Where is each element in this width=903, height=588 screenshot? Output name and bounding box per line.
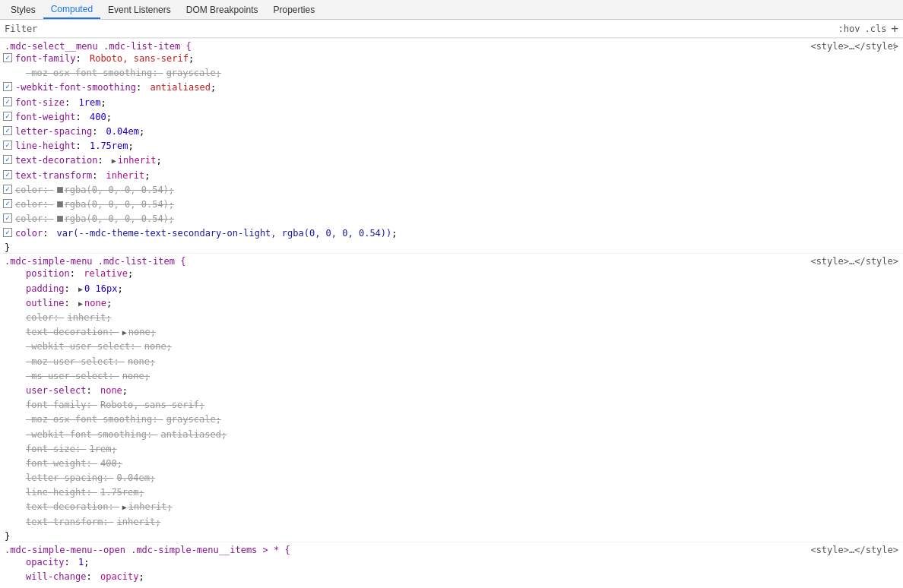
- prop-font-family: ✓ font-family: Roboto, sans-serif;: [15, 52, 898, 66]
- more-options-icon[interactable]: ⋮: [889, 40, 900, 52]
- rule-close-brace: }: [0, 242, 903, 253]
- prop-will-change: will-change: opacity;: [15, 570, 898, 584]
- cls-button[interactable]: .cls: [864, 24, 886, 34]
- prop-webkit-font-smoothing-2: -webkit-font-smoothing: antialiased;: [15, 428, 898, 442]
- prop-checkbox[interactable]: ✓: [3, 228, 12, 237]
- rule-source[interactable]: <style>…</style>: [810, 545, 898, 555]
- rule-source[interactable]: <style>…</style>: [810, 41, 898, 52]
- prop-outline: outline: ▶none;: [15, 296, 898, 311]
- prop-text-transform-2: text-transform: inherit;: [15, 515, 898, 530]
- tab-styles[interactable]: Styles: [3, 2, 43, 18]
- prop-text-decoration: ✓ text-decoration: ▶inherit;: [15, 153, 898, 168]
- prop-text-decoration-none: text-decoration: ▶none;: [15, 325, 898, 340]
- rule-block: .mdc-simple-menu .mdc-list-item { <style…: [0, 253, 903, 541]
- prop-webkit-font-smoothing: ✓ -webkit-font-smoothing: antialiased;: [15, 81, 898, 95]
- prop-checkbox[interactable]: ✓: [3, 185, 12, 194]
- prop-checkbox[interactable]: ✓: [3, 53, 12, 62]
- expand-icon[interactable]: ▶: [122, 501, 128, 514]
- prop-color-1: ✓ color: rgba(0, 0, 0, 0.54);: [15, 183, 898, 198]
- prop-ms-user-select: -ms-user-select: none;: [15, 369, 898, 384]
- rule-properties: ✓ font-family: Roboto, sans-serif; -moz-…: [0, 52, 903, 242]
- color-swatch[interactable]: [57, 187, 63, 193]
- rule-selector: .mdc-simple-menu .mdc-list-item {: [5, 256, 185, 267]
- color-swatch[interactable]: [57, 201, 63, 207]
- rule-header: .mdc-simple-menu .mdc-list-item { <style…: [0, 255, 903, 267]
- styles-content: .mdc-select__menu .mdc-list-item { <styl…: [0, 38, 903, 586]
- prop-checkbox[interactable]: ✓: [3, 126, 12, 135]
- prop-font-weight: ✓ font-weight: 400;: [15, 110, 898, 125]
- filter-bar: Filter :hov .cls +: [0, 20, 903, 38]
- prop-color-var: ✓ color: var(--mdc-theme-text-secondary-…: [15, 226, 898, 241]
- rule-selector: .mdc-select__menu .mdc-list-item {: [5, 41, 192, 52]
- prop-line-height: ✓ line-height: 1.75rem;: [15, 139, 898, 153]
- prop-color-3: ✓ color: rgba(0, 0, 0, 0.54);: [15, 212, 898, 226]
- prop-color-inherit: color: inherit;: [15, 311, 898, 325]
- prop-color-2: ✓ color: rgba(0, 0, 0, 0.54);: [15, 198, 898, 212]
- prop-line-height-2: line-height: 1.75rem;: [15, 485, 898, 500]
- prop-webkit-user-select: -webkit-user-select: none;: [15, 340, 898, 354]
- prop-moz-user-select: -moz-user-select: none;: [15, 355, 898, 369]
- devtools-panel: Styles Computed Event Listeners DOM Brea…: [0, 0, 903, 586]
- prop-checkbox[interactable]: ✓: [3, 170, 12, 179]
- prop-letter-spacing: ✓ letter-spacing: 0.04em;: [15, 125, 898, 139]
- prop-opacity: opacity: 1;: [15, 555, 898, 570]
- filter-controls: :hov .cls +: [838, 21, 898, 36]
- prop-moz-osx-2: -moz-osx-font-smoothing: grayscale;: [15, 413, 898, 427]
- prop-font-size-2: font-size: 1rem;: [15, 442, 898, 457]
- prop-checkbox[interactable]: ✓: [3, 199, 12, 208]
- prop-font-weight-2: font-weight: 400;: [15, 457, 898, 471]
- prop-checkbox[interactable]: ✓: [3, 141, 12, 150]
- tab-event-listeners[interactable]: Event Listeners: [100, 2, 179, 18]
- prop-font-family-2: font-family: Roboto, sans-serif;: [15, 398, 898, 413]
- tab-computed[interactable]: Computed: [43, 1, 100, 19]
- tabs-bar: Styles Computed Event Listeners DOM Brea…: [0, 0, 903, 20]
- expand-icon[interactable]: ▶: [78, 298, 84, 310]
- prop-text-decoration-inherit: text-decoration: ▶inherit;: [15, 500, 898, 514]
- prop-moz-osx: -moz-osx-font-smoothing: grayscale;: [15, 66, 898, 81]
- expand-icon[interactable]: ▶: [78, 283, 84, 296]
- prop-font-size: ✓ font-size: 1rem;: [15, 96, 898, 110]
- prop-checkbox[interactable]: ✓: [3, 155, 12, 164]
- color-swatch[interactable]: [57, 216, 63, 222]
- rule-properties: opacity: 1; will-change: opacity;: [0, 555, 903, 586]
- add-style-button[interactable]: +: [891, 21, 898, 36]
- expand-icon[interactable]: ▶: [122, 327, 128, 339]
- prop-checkbox[interactable]: ✓: [3, 213, 12, 223]
- rule-selector: .mdc-simple-menu--open .mdc-simple-menu_…: [5, 545, 290, 555]
- rule-close-brace: }: [0, 531, 903, 542]
- prop-padding: padding: ▶0 16px;: [15, 282, 898, 296]
- prop-checkbox[interactable]: ✓: [3, 82, 12, 91]
- prop-letter-spacing-2: letter-spacing: 0.04em;: [15, 471, 898, 485]
- hov-button[interactable]: :hov: [838, 24, 860, 34]
- prop-position: position: relative;: [15, 267, 898, 281]
- rule-header: .mdc-simple-menu--open .mdc-simple-menu_…: [0, 544, 903, 555]
- prop-user-select: user-select: none;: [15, 384, 898, 398]
- tab-dom-breakpoints[interactable]: DOM Breakpoints: [179, 2, 266, 18]
- expand-icon[interactable]: ▶: [112, 155, 118, 167]
- filter-label: Filter: [5, 24, 37, 34]
- rule-close-brace: }: [0, 586, 903, 586]
- rule-block: .mdc-simple-menu--open .mdc-simple-menu_…: [0, 542, 903, 586]
- rule-source[interactable]: <style>…</style>: [810, 256, 898, 267]
- prop-text-transform: ✓ text-transform: inherit;: [15, 169, 898, 183]
- prop-checkbox[interactable]: ✓: [3, 97, 12, 106]
- rule-header: .mdc-select__menu .mdc-list-item { <styl…: [0, 40, 903, 52]
- rule-properties: position: relative; padding: ▶0 16px; ou…: [0, 267, 903, 530]
- tab-properties[interactable]: Properties: [265, 2, 322, 18]
- rule-block: .mdc-select__menu .mdc-list-item { <styl…: [0, 38, 903, 253]
- prop-checkbox[interactable]: ✓: [3, 112, 12, 121]
